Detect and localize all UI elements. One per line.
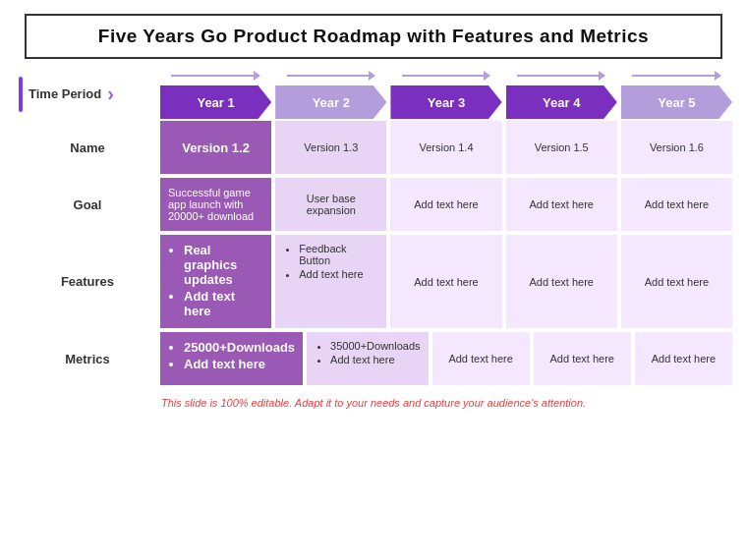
metrics-cells: 25000+Downloads Add text here 35000+Down… <box>160 332 732 385</box>
year-5-arrow: Year 5 <box>621 85 732 119</box>
time-period-label-cell: Time Period › <box>15 69 160 119</box>
features-cell-5: Add text here <box>621 235 732 328</box>
page-title: Five Years Go Product Roadmap with Featu… <box>44 26 703 47</box>
footer-note: This slide is 100% editable. Adapt it to… <box>161 397 586 409</box>
goal-cell-2: User base expansion <box>275 178 386 231</box>
goal-cell-1: Successful game app launch with 20000+ d… <box>160 178 271 231</box>
time-period-bar <box>19 77 23 112</box>
name-cell-5: Version 1.6 <box>621 121 732 174</box>
year-cell-5: Year 5 <box>621 69 732 119</box>
arrow-tip-4 <box>599 71 605 81</box>
metrics-list-1: 25000+Downloads Add text here <box>168 340 295 373</box>
year-cell-4: Year 4 <box>506 69 617 119</box>
title-box: Five Years Go Product Roadmap with Featu… <box>25 14 722 59</box>
goal-label: Goal <box>15 178 160 231</box>
goal-cells: Successful game app launch with 20000+ d… <box>160 178 732 231</box>
time-period-label: Time Period › <box>19 77 114 112</box>
arrow-above-2 <box>287 69 376 83</box>
metrics-cell-2: 35000+Downloads Add text here <box>307 332 428 385</box>
arrow-line-2 <box>287 75 370 77</box>
name-cell-4: Version 1.5 <box>506 121 617 174</box>
year-cell-2: Year 2 <box>275 69 386 119</box>
features-label: Features <box>15 235 160 328</box>
year-3-arrow: Year 3 <box>390 85 501 119</box>
features-cells: Real graphics updates Add text here Feed… <box>160 235 732 328</box>
metrics-item-1-1: 25000+Downloads <box>184 340 295 355</box>
chevron-right-icon: › <box>107 83 114 105</box>
name-label: Name <box>15 121 160 174</box>
metrics-cell-5: Add text here <box>635 332 732 385</box>
name-cell-2: Version 1.3 <box>275 121 386 174</box>
metrics-row: Metrics 25000+Downloads Add text here 35… <box>15 332 732 385</box>
goal-cell-5: Add text here <box>621 178 732 231</box>
metrics-cell-3: Add text here <box>432 332 530 385</box>
features-item-1-2: Add text here <box>184 289 263 318</box>
year-cell-1: Year 1 <box>160 69 271 119</box>
metrics-cell-1: 25000+Downloads Add text here <box>160 332 303 385</box>
arrow-tip-2 <box>369 71 375 81</box>
name-cell-3: Version 1.4 <box>390 121 501 174</box>
metrics-item-2-2: Add text here <box>330 354 420 365</box>
year-arrows: Year 1 Year 2 Year 3 <box>160 69 732 119</box>
metrics-item-1-2: Add text here <box>184 357 295 371</box>
features-cell-3: Add text here <box>390 235 501 328</box>
arrow-line-1 <box>171 75 254 77</box>
year-4-arrow: Year 4 <box>506 85 617 119</box>
year-1-arrow: Year 1 <box>160 85 271 119</box>
header-row: Time Period › Year 1 <box>15 69 732 119</box>
arrow-line-4 <box>517 75 600 77</box>
name-cell-1: Version 1.2 <box>160 121 271 174</box>
goal-row: Goal Successful game app launch with 200… <box>15 178 732 231</box>
metrics-label: Metrics <box>15 332 160 385</box>
roadmap: Time Period › Year 1 <box>15 69 732 389</box>
arrow-tip-5 <box>715 71 721 81</box>
arrow-tip-1 <box>254 71 260 81</box>
arrow-above-4 <box>517 69 606 83</box>
goal-cell-3: Add text here <box>390 178 501 231</box>
year-cell-3: Year 3 <box>390 69 501 119</box>
features-cell-4: Add text here <box>506 235 617 328</box>
metrics-list-2: 35000+Downloads Add text here <box>315 340 420 367</box>
arrow-line-5 <box>632 75 715 77</box>
arrow-above-3 <box>402 69 491 83</box>
metrics-cell-4: Add text here <box>534 332 631 385</box>
arrow-above-5 <box>632 69 721 83</box>
features-cell-1: Real graphics updates Add text here <box>160 235 271 328</box>
features-item-1-1: Real graphics updates <box>184 243 263 287</box>
name-cells: Version 1.2 Version 1.3 Version 1.4 Vers… <box>160 121 732 174</box>
arrow-above-1 <box>171 69 260 83</box>
arrow-line-3 <box>402 75 485 77</box>
features-cell-2: Feedback Button Add text here <box>275 235 386 328</box>
features-list-1: Real graphics updates Add text here <box>168 243 263 320</box>
features-row: Features Real graphics updates Add text … <box>15 235 732 328</box>
year-2-arrow: Year 2 <box>275 85 386 119</box>
features-item-2-2: Add text here <box>299 268 378 280</box>
name-row: Name Version 1.2 Version 1.3 Version 1.4… <box>15 121 732 174</box>
features-item-2-1: Feedback Button <box>299 243 378 266</box>
time-period-text: Time Period <box>29 86 101 101</box>
features-list-2: Feedback Button Add text here <box>283 243 378 282</box>
goal-cell-4: Add text here <box>506 178 617 231</box>
arrow-tip-3 <box>484 71 490 81</box>
metrics-item-2-1: 35000+Downloads <box>330 340 420 352</box>
